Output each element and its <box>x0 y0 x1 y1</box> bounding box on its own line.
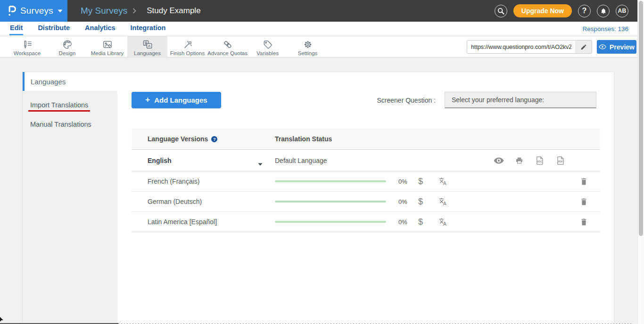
translate-icon: A <box>438 197 448 206</box>
breadcrumb-my-surveys[interactable]: My Surveys <box>81 6 127 16</box>
search-button[interactable] <box>495 5 507 17</box>
breadcrumb: My Surveys Study Example <box>81 6 201 16</box>
delete-language-button[interactable] <box>580 197 587 208</box>
paid-translation-button[interactable]: $ <box>418 218 423 226</box>
auto-translate-button[interactable]: A <box>438 177 448 188</box>
default-row-actions: DOC PDF <box>494 150 565 171</box>
toolbar-item-variables[interactable]: Variables <box>248 36 288 57</box>
trash-icon <box>580 197 587 206</box>
toolbar-item-advance-quotas[interactable]: Advance Quotas <box>207 36 248 57</box>
toolbar-label: Workspace <box>14 50 41 56</box>
plus-icon: + <box>145 95 150 105</box>
delete-language-button[interactable] <box>580 177 587 187</box>
panel-title: Languages <box>31 78 66 86</box>
media-library-icon <box>102 39 113 50</box>
auto-translate-button[interactable]: A <box>438 197 448 208</box>
product-switcher[interactable]: Surveys <box>0 0 67 22</box>
svg-text:A: A <box>443 201 446 206</box>
eye-icon <box>599 44 606 49</box>
survey-url-input[interactable] <box>467 40 575 53</box>
chevron-right-icon <box>132 8 136 14</box>
toolbar-label: Advance Quotas <box>207 50 248 56</box>
toolbar-item-media-library[interactable]: Media Library <box>87 36 127 57</box>
sidebar-item-manual-translations[interactable]: Manual Translations <box>23 116 117 135</box>
svg-text:DOC: DOC <box>537 160 543 162</box>
design-icon <box>62 39 73 50</box>
bell-icon <box>600 8 607 15</box>
pencil-icon <box>580 44 587 50</box>
toolbar-item-workspace[interactable]: Workspace <box>7 36 47 57</box>
delete-language-button[interactable] <box>580 218 587 228</box>
survey-nav-tabs: Edit Distribute Analytics Integration Re… <box>0 22 637 36</box>
svg-text:A: A <box>443 180 446 186</box>
tab-distribute[interactable]: Distribute <box>37 22 70 35</box>
toolbar-label: Languages <box>134 50 161 56</box>
toolbar-label: Media Library <box>91 50 124 56</box>
caret-down-icon[interactable] <box>258 159 263 168</box>
toolbar-item-languages[interactable]: A Languages <box>127 36 167 57</box>
user-avatar[interactable]: AB <box>616 5 628 17</box>
preview-label: Preview <box>610 43 635 51</box>
advance-quotas-icon <box>222 39 233 50</box>
scrollbar-thumb[interactable] <box>639 1 643 236</box>
upgrade-now-button[interactable]: Upgrade Now <box>513 4 572 17</box>
preview-button[interactable]: Preview <box>597 40 636 54</box>
sidebar-item-import-translations[interactable]: Import Translations <box>23 97 117 116</box>
mouse-cursor <box>0 315 3 324</box>
sidebar-item-label: Manual Translations <box>28 121 93 131</box>
toolbar-item-settings[interactable]: Settings <box>288 36 328 57</box>
translation-progress-bar <box>275 180 386 182</box>
language-name[interactable]: English <box>148 157 172 164</box>
paid-translation-button[interactable]: $ <box>418 177 423 186</box>
tab-integration[interactable]: Integration <box>130 22 166 35</box>
translation-progress-bar <box>275 201 386 202</box>
responses-count[interactable]: Responses: 136 <box>582 25 628 32</box>
app-viewport: Surveys My Surveys Study Example Upgrade… <box>0 0 644 324</box>
column-translation-status: Translation Status <box>275 135 332 143</box>
finish-options-icon <box>182 39 193 50</box>
export-pdf-button[interactable]: PDF <box>555 155 565 166</box>
export-doc-button[interactable]: DOC <box>535 155 545 166</box>
column-language-versions: Language Versions ? <box>148 135 217 143</box>
notifications-button[interactable] <box>597 5 610 17</box>
toolbar-label: Settings <box>298 50 318 56</box>
translation-progress-pct: 0% <box>398 178 407 185</box>
translate-icon: A <box>438 217 448 227</box>
tab-analytics[interactable]: Analytics <box>84 22 116 35</box>
view-survey-button[interactable] <box>494 157 504 164</box>
screener-question-select[interactable]: Select your preferred language: <box>445 92 596 108</box>
printer-icon <box>515 156 524 165</box>
page-scrollbar[interactable] <box>637 0 644 324</box>
chevron-down-icon <box>58 9 63 13</box>
svg-text:PDF: PDF <box>558 160 563 162</box>
edit-url-button[interactable] <box>575 40 592 53</box>
toolbar-item-finish-options[interactable]: Finish Options <box>167 36 207 57</box>
tab-edit[interactable]: Edit <box>9 22 23 35</box>
product-name: Surveys <box>20 6 53 16</box>
help-icon[interactable]: ? <box>211 136 217 142</box>
print-survey-button[interactable] <box>515 156 524 165</box>
paid-translation-button[interactable]: $ <box>418 197 423 206</box>
column-label: Language Versions <box>148 135 208 143</box>
language-name: German (Deutsch) <box>148 198 202 205</box>
table-row-default-language: English Default Language <box>132 150 600 171</box>
toolbar-label: Variables <box>256 50 279 56</box>
languages-panel: Languages Import Translations Manual Tra… <box>22 72 614 324</box>
panel-side-nav: Import Translations Manual Translations <box>23 91 117 324</box>
auto-translate-button[interactable]: A <box>438 217 448 228</box>
help-button[interactable]: ? <box>578 5 591 17</box>
add-languages-label: Add Languages <box>154 96 207 104</box>
survey-url-group <box>467 40 592 54</box>
sidebar-item-label: Import Translations <box>28 101 90 112</box>
app-header: Surveys My Surveys Study Example Upgrade… <box>0 0 637 22</box>
translation-progress-bar <box>275 221 386 223</box>
table-row-language: German (Deutsch) 0% $ A <box>132 192 600 212</box>
trash-icon <box>580 177 587 186</box>
panel-title-row: Languages <box>23 72 614 91</box>
table-header: Language Versions ? Translation Status <box>132 129 600 150</box>
variables-icon <box>262 39 273 50</box>
trash-icon <box>580 218 587 226</box>
add-languages-button[interactable]: + Add Languages <box>132 92 221 108</box>
toolbar-item-design[interactable]: Design <box>47 36 87 57</box>
translation-progress-pct: 0% <box>398 219 407 226</box>
